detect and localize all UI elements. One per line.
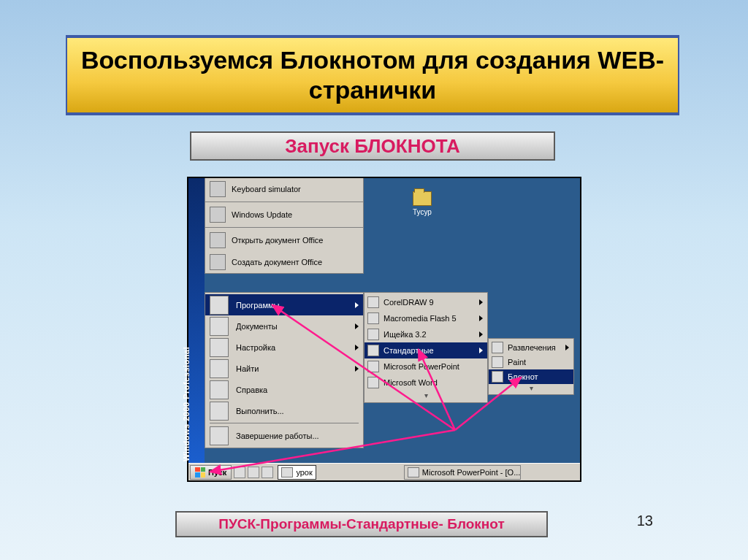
start-button-label: Пуск	[208, 468, 226, 477]
start-top-create-office-doc[interactable]: Создать документ Office	[205, 251, 363, 273]
start-top-item-label: Windows Update	[232, 210, 292, 219]
screenshot-desktop: Тусур Windows 2000 Professional Keyboard…	[187, 177, 581, 482]
taskbar-item-powerpoint[interactable]: Microsoft PowerPoint - [O...	[404, 465, 521, 480]
submenu-standard: Развлечения Paint Блокнот ▾	[488, 338, 574, 395]
standard-item-notepad[interactable]: Блокнот	[489, 369, 573, 384]
taskbar: Пуск урок Microsoft PowerPoint - [O...	[188, 463, 580, 480]
globe-update-icon	[210, 207, 226, 223]
standard-item-entertainment[interactable]: Развлечения	[489, 340, 573, 355]
start-item-label: Документы	[236, 322, 278, 331]
start-item-documents[interactable]: Документы	[205, 315, 363, 337]
slide-number: 13	[637, 513, 653, 529]
programs-item-coreldraw[interactable]: CorelDRAW 9	[365, 294, 487, 310]
documents-icon	[210, 317, 229, 336]
start-item-help[interactable]: Справка	[205, 379, 363, 400]
submenu-arrow-icon	[355, 323, 359, 329]
submenu-programs: CorelDRAW 9 Macromedia Flash 5 Ищейка 3.…	[364, 292, 488, 403]
desktop-folder-tusur[interactable]: Тусур	[404, 191, 440, 216]
slide-subtitle-text: Запуск БЛОКНОТА	[285, 135, 459, 158]
start-item-label: Найти	[236, 364, 259, 373]
keyboard-icon	[210, 181, 226, 197]
start-item-programs[interactable]: Программы	[205, 294, 363, 315]
start-top-open-office-doc[interactable]: Открыть документ Office	[205, 229, 363, 251]
start-item-shutdown[interactable]: Завершение работы...	[205, 425, 363, 446]
powerpoint-icon	[367, 361, 379, 372]
separator	[210, 423, 359, 423]
start-menu-main: Программы Документы Настройка Найти Спра…	[205, 292, 364, 448]
program-folder-icon	[367, 296, 379, 308]
paint-icon	[492, 356, 503, 368]
start-item-find[interactable]: Найти	[205, 358, 363, 379]
start-menu-sidebar-text: Windows 2000 Professional	[182, 347, 191, 461]
desktop-folder-label: Тусур	[404, 208, 440, 216]
programs-item-standard[interactable]: Стандартные	[365, 342, 487, 358]
quicklaunch-ie-icon[interactable]	[234, 467, 245, 478]
start-item-run[interactable]: Выполнить...	[205, 400, 363, 421]
more-indicator-icon[interactable]: ▾	[365, 391, 487, 401]
run-icon	[210, 402, 229, 421]
submenu-arrow-icon	[355, 345, 359, 350]
programs-item-label: Ищейка 3.2	[383, 330, 427, 339]
powerpoint-icon	[408, 467, 419, 477]
slide-footer-text: ПУСК-Программы-Стандартные- Блокнот	[218, 516, 504, 532]
slide-footer-bar: ПУСК-Программы-Стандартные- Блокнот	[175, 511, 548, 537]
settings-icon	[210, 338, 229, 357]
windows-flag-icon	[195, 467, 205, 477]
programs-item-word[interactable]: Microsoft Word	[365, 375, 487, 391]
taskbar-item-folder[interactable]: урок	[278, 465, 316, 480]
folder-icon	[281, 467, 293, 477]
program-folder-icon	[367, 345, 379, 356]
quicklaunch-outlook-icon[interactable]	[248, 467, 259, 478]
start-item-label: Настройка	[236, 343, 275, 352]
separator	[205, 227, 363, 228]
start-item-label: Программы	[236, 301, 279, 310]
submenu-arrow-icon	[479, 331, 483, 337]
standard-item-label: Развлечения	[508, 343, 556, 352]
start-item-label: Выполнить...	[236, 407, 284, 415]
help-icon	[210, 380, 229, 399]
folder-icon	[413, 191, 432, 206]
slide-title-bar: Воспользуемся Блокнотом для создания WEB…	[66, 35, 679, 115]
more-indicator-icon[interactable]: ▾	[489, 384, 573, 393]
programs-item-label: Microsoft PowerPoint	[383, 362, 459, 371]
programs-item-powerpoint[interactable]: Microsoft PowerPoint	[365, 358, 487, 375]
separator	[205, 202, 363, 202]
submenu-arrow-icon	[355, 366, 359, 372]
start-button[interactable]: Пуск	[190, 465, 232, 480]
start-top-item-label: Keyboard simulator	[232, 185, 301, 193]
start-top-windows-update[interactable]: Windows Update	[205, 204, 363, 226]
submenu-arrow-icon	[479, 315, 483, 321]
standard-item-label: Блокнот	[508, 372, 538, 381]
standard-item-paint[interactable]: Paint	[489, 355, 573, 369]
start-item-label: Завершение работы...	[236, 431, 319, 440]
programs-item-label: Стандартные	[383, 346, 434, 355]
submenu-arrow-icon	[479, 348, 483, 353]
start-top-item-label: Открыть документ Office	[232, 236, 324, 245]
open-office-icon	[210, 232, 226, 248]
shutdown-icon	[210, 426, 229, 445]
submenu-arrow-icon	[565, 345, 569, 350]
program-folder-icon	[367, 329, 379, 340]
programs-icon	[210, 296, 229, 315]
program-folder-icon	[492, 342, 503, 353]
word-icon	[367, 377, 379, 388]
quicklaunch-desktop-icon[interactable]	[262, 467, 273, 478]
taskbar-item-label: Microsoft PowerPoint - [O...	[422, 468, 520, 477]
start-menu-sidebar: Windows 2000 Professional	[188, 178, 205, 466]
programs-item-label: Macromedia Flash 5	[383, 314, 457, 323]
taskbar-item-label: урок	[296, 468, 312, 477]
new-office-icon	[210, 254, 226, 270]
start-menu-top-section: Keyboard simulator Windows Update Открыт…	[205, 178, 364, 274]
submenu-arrow-icon	[479, 299, 483, 305]
programs-item-label: CorelDRAW 9	[383, 298, 434, 307]
programs-item-macromedia[interactable]: Macromedia Flash 5	[365, 310, 487, 326]
find-icon	[210, 359, 229, 378]
start-item-label: Справка	[236, 386, 267, 394]
notepad-icon	[492, 371, 503, 383]
programs-item-ishcheika[interactable]: Ищейка 3.2	[365, 326, 487, 342]
slide-subtitle-bar: Запуск БЛОКНОТА	[190, 131, 555, 161]
start-item-settings[interactable]: Настройка	[205, 337, 363, 358]
start-top-keyboard-simulator[interactable]: Keyboard simulator	[205, 178, 363, 200]
start-top-item-label: Создать документ Office	[232, 258, 322, 266]
standard-item-label: Paint	[508, 358, 526, 367]
